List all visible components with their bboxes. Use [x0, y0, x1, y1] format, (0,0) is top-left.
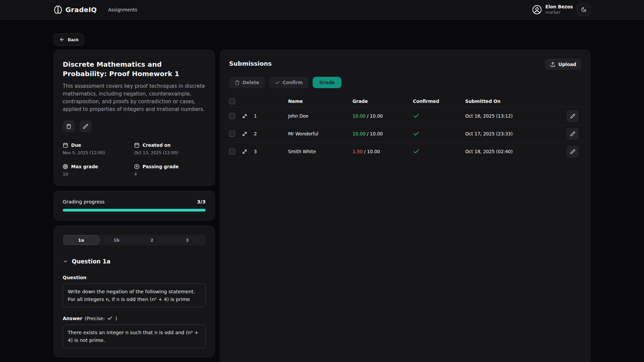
assignment-title: Discrete Mathematics and Probability: Pr… [63, 60, 206, 78]
row-grade: 10.00 / 10.00 [353, 131, 413, 136]
brand-name: GradeIQ [65, 6, 97, 14]
user-name: Elon Bezos [545, 4, 573, 10]
table-row: 1John Doe10.00 / 10.00Oct 16, 2025 (13:1… [229, 107, 581, 125]
tab-1b[interactable]: 1b [99, 235, 135, 245]
answer-text-box[interactable]: There exists an integer n such that n is… [63, 324, 206, 348]
question-card: 1a1b23 Question 1a Question Write down t… [54, 226, 215, 357]
circle-arrow-up-icon [134, 164, 140, 169]
submissions-card: Submissions Upload [220, 50, 590, 362]
row-edit-button[interactable] [567, 110, 579, 122]
user-chip[interactable]: Elon Bezos marker [532, 4, 573, 15]
assignment-description: This assessment covers key proof techniq… [63, 82, 206, 113]
expand-icon[interactable] [242, 113, 254, 119]
arrow-left-icon [59, 37, 65, 42]
due-value: Nov 5, 2025 (12:00) [63, 150, 134, 155]
row-submitted-on: Oct 18, 2025 (02:40) [465, 149, 567, 154]
tab-2[interactable]: 2 [134, 235, 170, 245]
row-name: Smith White [288, 149, 353, 154]
theme-toggle-button[interactable] [577, 4, 590, 16]
grade-button[interactable]: Grade [313, 77, 341, 88]
brand[interactable]: GradeIQ [54, 5, 97, 14]
back-label: Back [68, 37, 78, 42]
row-edit-button[interactable] [567, 145, 579, 158]
grading-progress-card: Grading progress 3/3 [54, 191, 215, 221]
check-icon [275, 80, 280, 85]
nav-links: Assignments [108, 7, 138, 12]
expand-icon[interactable] [242, 131, 254, 137]
row-submitted-on: Oct 17, 2025 (23:33) [465, 131, 567, 136]
progress-bar-fill [63, 209, 206, 212]
trash-icon [66, 124, 71, 129]
navbar: GradeIQ Assignments Elon Bezos marker [0, 0, 644, 19]
max-grade-label: Max grade [71, 164, 98, 169]
table-header-row: Name Grade Confirmed Submitted On [229, 96, 581, 107]
calendar-icon [63, 142, 68, 148]
detail-due: Due Nov 5, 2025 (12:00) [63, 142, 134, 155]
select-all-checkbox[interactable] [229, 98, 235, 104]
tab-1a[interactable]: 1a [63, 235, 99, 245]
pencil-icon [83, 124, 88, 129]
table-body: 1John Doe10.00 / 10.00Oct 16, 2025 (13:1… [229, 107, 581, 160]
question-heading[interactable]: Question 1a [63, 258, 206, 265]
row-checkbox[interactable] [229, 113, 235, 119]
detail-passing-grade: Passing grade 4 [134, 164, 206, 177]
progress-bar [63, 209, 206, 212]
confirm-submissions-button[interactable]: Confirm [269, 77, 309, 88]
assignment-card: Discrete Mathematics and Probability: Pr… [54, 50, 215, 186]
passing-grade-label: Passing grade [143, 164, 179, 169]
submissions-heading: Submissions [229, 60, 272, 67]
question-text-box[interactable]: Write down the negation of the following… [63, 284, 206, 307]
confirmed-check-icon [413, 130, 465, 137]
table-row: 2Mr Wonderful10.00 / 10.00Oct 17, 2025 (… [229, 125, 581, 142]
check-icon [107, 315, 113, 321]
row-grade: 1.50 / 10.00 [353, 149, 413, 154]
row-edit-button[interactable] [567, 128, 579, 140]
confirmed-check-icon [413, 113, 465, 119]
target-icon [63, 164, 68, 169]
row-grade: 10.00 / 10.00 [353, 113, 413, 119]
delete-assignment-button[interactable] [63, 120, 75, 132]
row-checkbox[interactable] [229, 148, 235, 155]
delete-submissions-button[interactable]: Delete [229, 77, 265, 88]
table-row: 3Smith White1.50 / 10.00Oct 18, 2025 (02… [229, 142, 581, 160]
trash-icon [235, 80, 240, 85]
submissions-table: Name Grade Confirmed Submitted On 1John … [229, 96, 581, 160]
answer-qualifier-open: (Precise: [85, 316, 105, 321]
upload-label: Upload [558, 62, 576, 67]
confirmed-check-icon [413, 148, 465, 155]
column-header-confirmed: Confirmed [413, 99, 465, 104]
answer-label: Answer [63, 316, 82, 321]
edit-assignment-button[interactable] [79, 120, 92, 132]
answer-label-row: Answer (Precise: ) [63, 315, 206, 321]
user-avatar-icon [532, 5, 542, 15]
row-index: 1 [254, 113, 288, 119]
upload-button[interactable]: Upload [545, 59, 581, 70]
nav-item-assignments[interactable]: Assignments [108, 7, 138, 12]
progress-label: Grading progress [63, 199, 105, 204]
upload-icon [550, 62, 555, 67]
expand-icon[interactable] [242, 149, 254, 155]
created-label: Created on [143, 142, 171, 148]
due-label: Due [71, 142, 81, 148]
column-header-name: Name [288, 99, 353, 104]
detail-max-grade: Max grade 10 [63, 164, 134, 177]
answer-qualifier-close: ) [115, 316, 117, 321]
row-index: 3 [254, 149, 288, 154]
row-name: Mr Wonderful [288, 131, 353, 136]
confirm-label: Confirm [283, 80, 303, 85]
back-button[interactable]: Back [54, 34, 84, 46]
question-label: Question [63, 275, 206, 280]
grade-label: Grade [319, 80, 335, 85]
calendar-icon [134, 142, 140, 148]
question-tabs: 1a1b23 [63, 235, 206, 245]
passing-grade-value: 4 [134, 172, 206, 177]
row-checkbox[interactable] [229, 131, 235, 137]
brain-logo-icon [54, 5, 62, 14]
detail-created: Created on Oct 13, 2025 (12:00) [134, 142, 206, 155]
row-index: 2 [254, 131, 288, 136]
column-header-submitted: Submitted On [465, 99, 567, 104]
progress-count: 3/3 [197, 199, 206, 204]
row-name: John Doe [288, 113, 353, 119]
tab-3[interactable]: 3 [170, 235, 205, 245]
created-value: Oct 13, 2025 (12:00) [134, 150, 206, 155]
